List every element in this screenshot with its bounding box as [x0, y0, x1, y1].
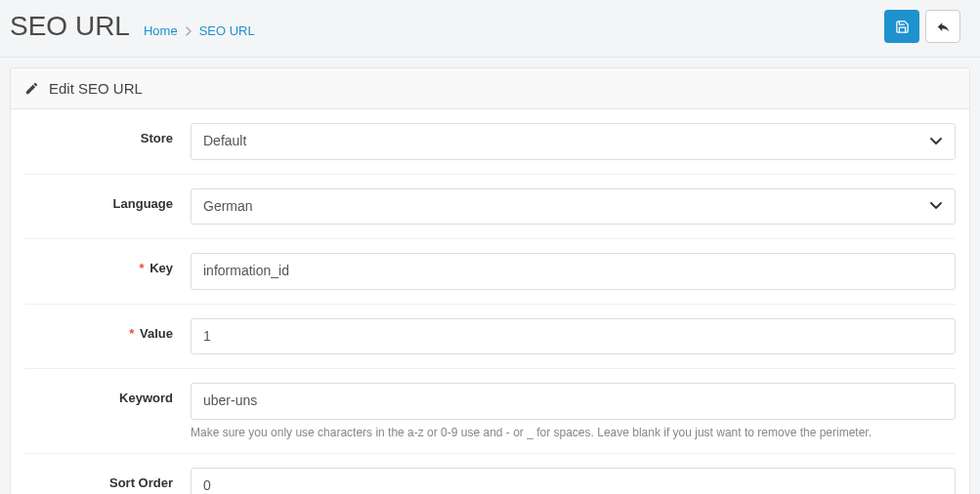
label-store: Store	[24, 123, 191, 145]
page-header-actions	[884, 10, 960, 43]
label-value-text: Value	[140, 326, 173, 341]
back-button[interactable]	[925, 10, 960, 43]
label-language: Language	[24, 188, 191, 211]
row-value: * Value	[24, 305, 956, 370]
sort-order-input[interactable]	[191, 468, 956, 494]
field-sort-order: The sort order of the keywords in the UR…	[191, 468, 956, 494]
row-store: Store Default	[24, 109, 956, 175]
label-key-text: Key	[149, 261, 173, 275]
breadcrumb-home[interactable]: Home	[144, 23, 178, 38]
keyword-input[interactable]	[191, 383, 956, 420]
row-language: Language German	[24, 175, 956, 240]
field-language: German	[191, 188, 956, 226]
field-store: Default	[191, 123, 956, 160]
store-select[interactable]: Default	[191, 123, 956, 160]
pencil-icon	[24, 81, 39, 96]
field-value	[191, 318, 956, 355]
save-button[interactable]	[884, 10, 919, 43]
breadcrumb-separator	[186, 26, 192, 36]
label-value: * Value	[24, 318, 191, 341]
save-icon	[895, 20, 910, 34]
page-header-left: SEO URL Home SEO URL	[10, 11, 255, 42]
breadcrumb: Home SEO URL	[144, 23, 255, 38]
row-keyword: Keyword Make sure you only use character…	[24, 369, 956, 454]
required-marker: *	[129, 326, 134, 341]
required-marker: *	[139, 261, 144, 275]
panel-body: Store Default Language German	[11, 109, 969, 494]
label-key: * Key	[24, 253, 191, 275]
label-sort-order: Sort Order	[24, 468, 191, 490]
reply-arrow-icon	[936, 20, 951, 34]
panel-heading: Edit SEO URL	[11, 68, 969, 109]
keyword-help-text: Make sure you only use characters in the…	[191, 426, 956, 439]
value-input[interactable]	[191, 318, 956, 355]
row-key: * Key	[24, 239, 956, 305]
breadcrumb-current[interactable]: SEO URL	[199, 23, 255, 38]
field-keyword: Make sure you only use characters in the…	[191, 383, 956, 439]
panel-title: Edit SEO URL	[49, 80, 143, 97]
key-input[interactable]	[191, 253, 956, 290]
field-key	[191, 253, 956, 290]
language-select[interactable]: German	[191, 188, 956, 226]
label-keyword: Keyword	[24, 383, 191, 405]
page-header: SEO URL Home SEO URL	[0, 0, 980, 58]
form-panel: Edit SEO URL Store Default Language Germ…	[10, 67, 970, 494]
row-sort-order: Sort Order The sort order of the keyword…	[24, 454, 956, 494]
page-title: SEO URL	[10, 11, 130, 42]
